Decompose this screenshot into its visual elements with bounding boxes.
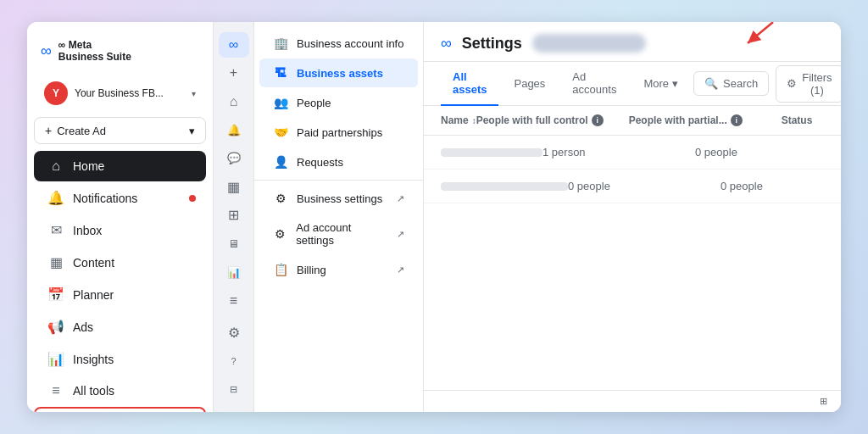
icon-strip: ∞ + ⌂ 🔔 💬 ▦ ⊞ 🖥 📊 ≡ ⚙ ? ⊟ bbox=[214, 22, 254, 412]
ad-settings-icon: ⚙ bbox=[273, 227, 287, 241]
settings-dropdown: 🏢 Business account info 🏗 Business asset… bbox=[254, 22, 424, 412]
th-full-control-label: People with full control bbox=[476, 114, 588, 126]
info-icon: i bbox=[731, 114, 743, 126]
logo-line1: ∞ Meta bbox=[58, 39, 131, 51]
nav-label: Ads bbox=[73, 320, 93, 334]
nav-label: Insights bbox=[73, 353, 114, 366]
create-ad-label: Create Ad bbox=[57, 125, 106, 137]
th-partial-label: People with partial... bbox=[629, 114, 727, 126]
bottom-bar: ⊞ bbox=[424, 390, 841, 412]
table-row[interactable]: 0 people 0 people Login needed bbox=[424, 170, 841, 203]
content-icon: ▦ bbox=[47, 254, 64, 270]
strip-add-icon[interactable]: + bbox=[219, 61, 249, 86]
nav-label: All tools bbox=[73, 384, 114, 398]
more-tab-label: More bbox=[643, 77, 669, 90]
dropdown-paid-partnerships[interactable]: 🤝 Paid partnerships bbox=[259, 118, 418, 147]
strip-home-icon[interactable]: ⌂ bbox=[219, 89, 249, 114]
tab-pages[interactable]: Pages bbox=[502, 69, 557, 100]
user-name: Your Business FB... bbox=[75, 87, 185, 99]
strip-grid-icon[interactable]: ⊞ bbox=[219, 203, 249, 228]
sidebar-item-insights[interactable]: 📊 Insights bbox=[34, 343, 206, 375]
nav-label: Home bbox=[73, 159, 104, 173]
tab-all-assets[interactable]: All assets bbox=[441, 62, 498, 106]
sidebar-bottom: ⚙ Settings ? Help ▾ bbox=[27, 407, 213, 412]
chevron-down-icon: ▾ bbox=[192, 89, 196, 98]
expand-icon[interactable]: ⊞ bbox=[820, 396, 827, 407]
dropdown-item-label: Requests bbox=[297, 156, 343, 169]
sidebar-item-ads[interactable]: 📢 Ads bbox=[34, 311, 206, 342]
th-name: Name ↕ bbox=[441, 114, 476, 126]
dropdown-business-settings[interactable]: ⚙ Business settings ↗ bbox=[259, 184, 418, 213]
sidebar-item-content[interactable]: ▦ Content bbox=[34, 247, 206, 278]
arrow-annotation bbox=[731, 22, 782, 52]
strip-layout-icon[interactable]: ⊟ bbox=[219, 376, 249, 402]
strip-help-circle-icon[interactable]: ? bbox=[219, 348, 249, 374]
sidebar-logo: ∞ ∞ Meta Business Suite bbox=[27, 32, 213, 76]
dropdown-people[interactable]: 👥 People bbox=[259, 88, 418, 117]
strip-meta-icon[interactable]: ∞ bbox=[219, 32, 249, 58]
table-row[interactable]: 1 person 0 people bbox=[424, 136, 841, 170]
th-full-control: People with full control i bbox=[476, 114, 629, 126]
request-icon: 👤 bbox=[273, 155, 288, 169]
dropdown-requests[interactable]: 👤 Requests bbox=[259, 147, 418, 176]
th-status-label: Status bbox=[782, 114, 813, 126]
strip-bell-icon[interactable]: 🔔 bbox=[219, 118, 249, 143]
dropdown-billing[interactable]: 📋 Billing ↗ bbox=[259, 255, 418, 284]
th-name-label: Name bbox=[441, 114, 469, 126]
row2-full-control: 0 people bbox=[568, 180, 721, 192]
row2-partial: 0 people bbox=[721, 180, 841, 192]
tab-more[interactable]: More ▾ bbox=[632, 69, 690, 100]
dropdown-ad-account-settings[interactable]: ⚙ Ad account settings ↗ bbox=[259, 214, 418, 254]
dropdown-business-assets[interactable]: 🏗 Business assets bbox=[259, 58, 418, 87]
table-header: Name ↕ People with full control i People… bbox=[424, 106, 841, 136]
strip-chart-icon[interactable]: 📊 bbox=[219, 259, 249, 285]
handshake-icon: 🤝 bbox=[273, 125, 288, 139]
nav-label: Inbox bbox=[73, 224, 102, 237]
user-account-selector[interactable]: Y Your Business FB... ▾ bbox=[34, 76, 206, 110]
bell-icon: 🔔 bbox=[47, 190, 64, 206]
dropdown-business-account-info[interactable]: 🏢 Business account info bbox=[259, 29, 418, 58]
building-icon: 🏢 bbox=[273, 36, 288, 50]
search-icon: 🔍 bbox=[704, 77, 718, 90]
sidebar: ∞ ∞ Meta Business Suite Y Your Business … bbox=[27, 22, 214, 412]
billing-icon: 📋 bbox=[273, 263, 288, 276]
sidebar-item-planner[interactable]: 📅 Planner bbox=[34, 279, 206, 310]
planner-icon: 📅 bbox=[47, 287, 64, 303]
filters-button[interactable]: ⚙ Filters (1) bbox=[776, 65, 841, 103]
strip-pages-icon[interactable]: ▦ bbox=[219, 175, 249, 200]
gear-icon: ⚙ bbox=[273, 192, 288, 205]
strip-gear-icon[interactable]: ⚙ bbox=[219, 320, 249, 345]
assets-table: Name ↕ People with full control i People… bbox=[424, 106, 841, 390]
main-content: ∞ Settings Business account All assets P… bbox=[424, 22, 841, 412]
row1-full-control: 1 person bbox=[542, 146, 695, 159]
tabs-actions: 🔍 Search ⚙ Filters (1) Add assets bbox=[693, 65, 841, 103]
row1-partial: 0 people bbox=[695, 146, 841, 159]
dropdown-item-label: Business settings bbox=[297, 192, 382, 205]
sidebar-item-inbox[interactable]: ✉ Inbox bbox=[34, 214, 206, 246]
sidebar-item-settings[interactable]: ⚙ Settings bbox=[34, 407, 206, 412]
assets-icon: 🏗 bbox=[273, 66, 288, 80]
plus-icon: + bbox=[45, 124, 52, 137]
strip-chat-icon[interactable]: 💬 bbox=[219, 146, 249, 171]
chevron-down-icon: ▾ bbox=[672, 77, 678, 90]
chevron-down-icon: ▾ bbox=[189, 125, 195, 137]
tab-ad-accounts[interactable]: Ad accounts bbox=[560, 62, 628, 106]
create-ad-button[interactable]: + Create Ad ▾ bbox=[34, 117, 206, 144]
meta-logo-icon: ∞ bbox=[41, 42, 52, 60]
dropdown-item-label: Business account info bbox=[297, 37, 403, 50]
nav-label: Content bbox=[73, 256, 114, 270]
sidebar-item-home[interactable]: ⌂ Home bbox=[34, 151, 206, 181]
ads-icon: 📢 bbox=[47, 319, 64, 335]
strip-menu-icon[interactable]: ≡ bbox=[219, 288, 249, 314]
sidebar-item-notifications[interactable]: 🔔 Notifications bbox=[34, 182, 206, 214]
sidebar-item-all-tools[interactable]: ≡ All tools bbox=[34, 376, 206, 406]
nav-label: Planner bbox=[73, 288, 114, 302]
strip-monitor-icon[interactable]: 🖥 bbox=[219, 231, 249, 257]
external-link-icon: ↗ bbox=[397, 229, 404, 240]
search-button[interactable]: 🔍 Search bbox=[693, 71, 769, 96]
search-label: Search bbox=[723, 77, 758, 90]
all-tools-icon: ≡ bbox=[47, 383, 64, 398]
people-icon: 👥 bbox=[273, 96, 288, 109]
dropdown-item-label: Business assets bbox=[297, 67, 383, 80]
notification-dot bbox=[189, 195, 196, 202]
